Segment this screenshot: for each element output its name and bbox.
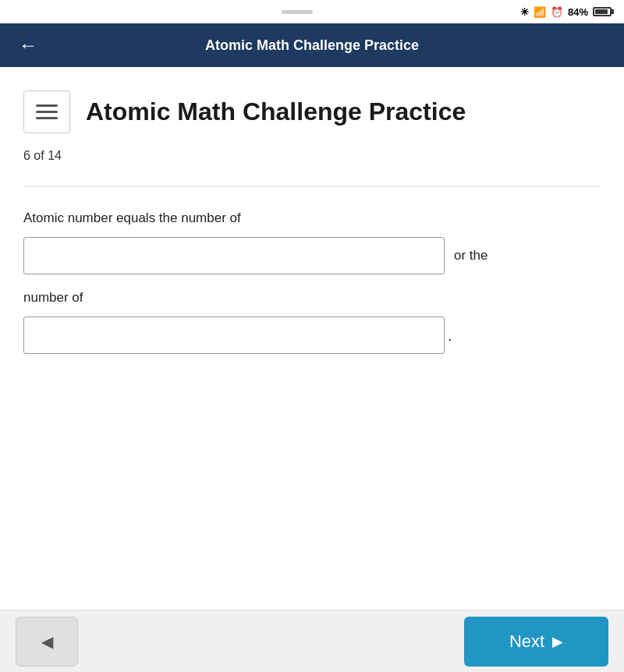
wifi-icon: 📶: [534, 6, 546, 18]
prev-button[interactable]: ◀: [16, 617, 78, 667]
card-header: Atomic Math Challenge Practice: [23, 90, 601, 133]
battery-indicator: [593, 7, 612, 16]
answer-row-1: or the: [23, 237, 601, 274]
back-button[interactable]: ←: [12, 31, 44, 59]
hamburger-line-1: [36, 104, 58, 107]
status-bar-pill: [282, 10, 313, 14]
battery-percent: 84%: [568, 6, 588, 18]
answer-input-1[interactable]: [23, 237, 445, 274]
main-content: Atomic Math Challenge Practice 6 of 14 A…: [0, 67, 624, 672]
answer-row-2: .: [23, 317, 601, 354]
hamburger-line-3: [36, 117, 58, 119]
status-bar-right: ✳ 📶 ⏰ 84%: [520, 6, 612, 18]
nav-bar: ← Atomic Math Challenge Practice: [0, 23, 624, 67]
question-part1: Atomic number equals the number of: [23, 210, 601, 226]
progress-indicator: 6 of 14: [23, 149, 601, 163]
status-bar: ✳ 📶 ⏰ 84%: [0, 0, 624, 23]
next-label: Next: [509, 631, 544, 652]
inline-text-or-the: or the: [454, 248, 488, 263]
period-symbol: .: [448, 327, 452, 345]
divider: [23, 186, 601, 187]
menu-button[interactable]: [23, 90, 70, 133]
question-part2: number of: [23, 290, 601, 306]
card-title: Atomic Math Challenge Practice: [86, 97, 466, 126]
hamburger-line-2: [36, 111, 58, 113]
status-bar-center: [282, 10, 313, 14]
battery-icon: [593, 7, 612, 16]
next-arrow-icon: ▶: [552, 633, 563, 650]
bottom-nav: ◀ Next ▶: [0, 610, 624, 672]
prev-arrow-icon: ◀: [41, 632, 53, 651]
alarm-icon: ⏰: [551, 6, 563, 18]
back-arrow-icon: ←: [19, 34, 37, 56]
answer-input-2[interactable]: [23, 317, 445, 354]
next-button[interactable]: Next ▶: [464, 617, 608, 667]
nav-title: Atomic Math Challenge Practice: [205, 37, 419, 54]
signal-icon: ✳: [520, 6, 529, 18]
